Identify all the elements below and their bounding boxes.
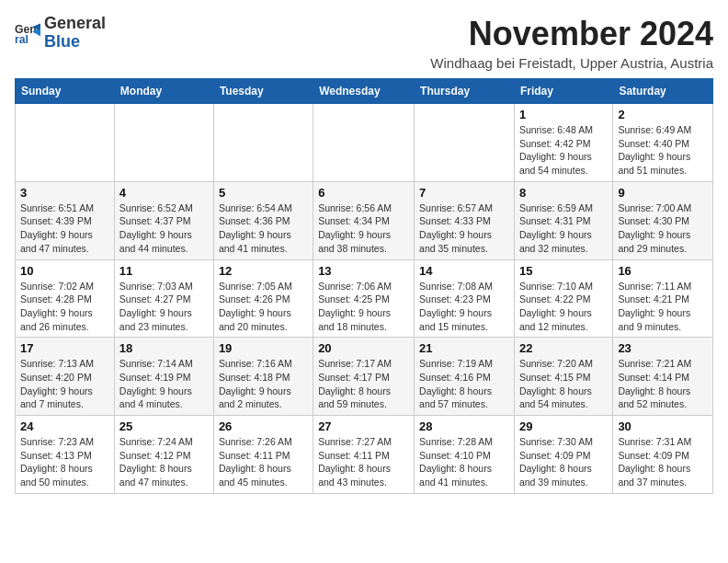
day-number: 5 — [219, 186, 308, 200]
day-info: Sunrise: 7:27 AMSunset: 4:11 PMDaylight:… — [318, 435, 409, 489]
day-info: Sunrise: 7:02 AMSunset: 4:28 PMDaylight:… — [20, 280, 109, 334]
day-info: Sunrise: 7:05 AMSunset: 4:26 PMDaylight:… — [219, 280, 308, 334]
calendar-cell: 7Sunrise: 6:57 AMSunset: 4:33 PMDaylight… — [415, 181, 515, 259]
day-info: Sunrise: 7:13 AMSunset: 4:20 PMDaylight:… — [20, 357, 109, 411]
day-info: Sunrise: 7:00 AMSunset: 4:30 PMDaylight:… — [618, 201, 708, 256]
day-info: Sunrise: 6:48 AMSunset: 4:42 PMDaylight:… — [519, 123, 608, 178]
day-number: 22 — [519, 341, 608, 355]
day-number: 16 — [618, 264, 708, 278]
calendar-cell: 5Sunrise: 6:54 AMSunset: 4:36 PMDaylight… — [213, 181, 313, 259]
month-title: November 2024 — [430, 15, 713, 53]
day-info: Sunrise: 6:54 AMSunset: 4:36 PMDaylight:… — [219, 201, 308, 256]
day-info: Sunrise: 7:11 AMSunset: 4:21 PMDaylight:… — [618, 280, 708, 334]
day-number: 14 — [419, 264, 509, 278]
calendar-week-row: 24Sunrise: 7:23 AMSunset: 4:13 PMDayligh… — [16, 416, 713, 494]
day-number: 26 — [219, 419, 308, 433]
calendar-cell: 29Sunrise: 7:30 AMSunset: 4:09 PMDayligh… — [514, 416, 612, 494]
day-number: 17 — [20, 341, 109, 355]
logo-blue-text: Blue — [44, 32, 80, 51]
calendar-cell: 9Sunrise: 7:00 AMSunset: 4:30 PMDaylight… — [613, 181, 713, 259]
calendar-cell — [313, 104, 415, 182]
day-info: Sunrise: 7:20 AMSunset: 4:15 PMDaylight:… — [519, 357, 608, 411]
calendar-week-row: 1Sunrise: 6:48 AMSunset: 4:42 PMDaylight… — [16, 104, 713, 182]
day-number: 9 — [618, 186, 708, 200]
day-number: 2 — [618, 108, 708, 121]
day-info: Sunrise: 6:56 AMSunset: 4:34 PMDaylight:… — [318, 201, 409, 256]
day-info: Sunrise: 7:03 AMSunset: 4:27 PMDaylight:… — [119, 280, 209, 334]
day-of-week-header: Thursday — [415, 79, 515, 104]
calendar-table: SundayMondayTuesdayWednesdayThursdayFrid… — [15, 78, 713, 494]
calendar-cell: 22Sunrise: 7:20 AMSunset: 4:15 PMDayligh… — [514, 338, 612, 416]
calendar-week-row: 10Sunrise: 7:02 AMSunset: 4:28 PMDayligh… — [16, 259, 713, 338]
day-of-week-header: Wednesday — [313, 79, 415, 104]
day-number: 21 — [419, 341, 509, 355]
calendar-cell: 6Sunrise: 6:56 AMSunset: 4:34 PMDaylight… — [313, 181, 415, 259]
day-number: 3 — [20, 186, 109, 200]
day-of-week-header: Tuesday — [213, 79, 313, 104]
calendar-week-row: 3Sunrise: 6:51 AMSunset: 4:39 PMDaylight… — [16, 181, 713, 259]
calendar-cell: 21Sunrise: 7:19 AMSunset: 4:16 PMDayligh… — [415, 338, 515, 416]
calendar-cell: 28Sunrise: 7:28 AMSunset: 4:10 PMDayligh… — [415, 416, 515, 494]
calendar-cell: 18Sunrise: 7:14 AMSunset: 4:19 PMDayligh… — [114, 338, 213, 416]
logo-general-text: General — [44, 14, 106, 32]
calendar-cell: 13Sunrise: 7:06 AMSunset: 4:25 PMDayligh… — [313, 259, 415, 338]
location-subtitle: Windhaag bei Freistadt, Upper Austria, A… — [430, 55, 713, 71]
day-number: 10 — [20, 264, 109, 278]
calendar-cell — [114, 104, 213, 182]
day-number: 7 — [419, 186, 509, 200]
day-info: Sunrise: 6:51 AMSunset: 4:39 PMDaylight:… — [20, 201, 109, 256]
calendar-cell — [213, 104, 313, 182]
day-info: Sunrise: 7:30 AMSunset: 4:09 PMDaylight:… — [519, 435, 608, 489]
calendar-cell: 26Sunrise: 7:26 AMSunset: 4:11 PMDayligh… — [213, 416, 313, 494]
day-number: 25 — [119, 419, 209, 433]
day-number: 12 — [219, 264, 308, 278]
logo-icon: Gene ral — [15, 20, 40, 46]
calendar-header-row: SundayMondayTuesdayWednesdayThursdayFrid… — [16, 79, 713, 104]
calendar-cell — [16, 104, 115, 182]
calendar-cell: 27Sunrise: 7:27 AMSunset: 4:11 PMDayligh… — [313, 416, 415, 494]
calendar-week-row: 17Sunrise: 7:13 AMSunset: 4:20 PMDayligh… — [16, 338, 713, 416]
calendar-cell — [415, 104, 515, 182]
calendar-cell: 4Sunrise: 6:52 AMSunset: 4:37 PMDaylight… — [114, 181, 213, 259]
day-info: Sunrise: 7:14 AMSunset: 4:19 PMDaylight:… — [119, 357, 209, 411]
day-info: Sunrise: 7:21 AMSunset: 4:14 PMDaylight:… — [618, 357, 708, 411]
logo: Gene ral General Blue — [15, 15, 106, 52]
day-number: 28 — [419, 419, 509, 433]
calendar-cell: 8Sunrise: 6:59 AMSunset: 4:31 PMDaylight… — [514, 181, 612, 259]
day-info: Sunrise: 7:24 AMSunset: 4:12 PMDaylight:… — [119, 435, 209, 489]
calendar-cell: 1Sunrise: 6:48 AMSunset: 4:42 PMDaylight… — [514, 104, 612, 182]
day-info: Sunrise: 7:06 AMSunset: 4:25 PMDaylight:… — [318, 280, 409, 334]
day-info: Sunrise: 7:08 AMSunset: 4:23 PMDaylight:… — [419, 280, 509, 334]
calendar-cell: 17Sunrise: 7:13 AMSunset: 4:20 PMDayligh… — [16, 338, 115, 416]
calendar-cell: 25Sunrise: 7:24 AMSunset: 4:12 PMDayligh… — [114, 416, 213, 494]
day-number: 13 — [318, 264, 409, 278]
day-info: Sunrise: 7:31 AMSunset: 4:09 PMDaylight:… — [618, 435, 708, 489]
calendar-cell: 23Sunrise: 7:21 AMSunset: 4:14 PMDayligh… — [613, 338, 713, 416]
day-number: 15 — [519, 264, 608, 278]
day-number: 1 — [519, 108, 608, 121]
calendar-cell: 24Sunrise: 7:23 AMSunset: 4:13 PMDayligh… — [16, 416, 115, 494]
day-info: Sunrise: 7:28 AMSunset: 4:10 PMDaylight:… — [419, 435, 509, 489]
calendar-cell: 11Sunrise: 7:03 AMSunset: 4:27 PMDayligh… — [114, 259, 213, 338]
day-number: 30 — [618, 419, 708, 433]
calendar-cell: 14Sunrise: 7:08 AMSunset: 4:23 PMDayligh… — [415, 259, 515, 338]
day-info: Sunrise: 6:49 AMSunset: 4:40 PMDaylight:… — [618, 123, 708, 178]
calendar-cell: 15Sunrise: 7:10 AMSunset: 4:22 PMDayligh… — [514, 259, 612, 338]
day-of-week-header: Monday — [114, 79, 213, 104]
day-number: 11 — [119, 264, 209, 278]
day-info: Sunrise: 7:16 AMSunset: 4:18 PMDaylight:… — [219, 357, 308, 411]
day-info: Sunrise: 6:59 AMSunset: 4:31 PMDaylight:… — [519, 201, 608, 256]
day-info: Sunrise: 7:23 AMSunset: 4:13 PMDaylight:… — [20, 435, 109, 489]
day-number: 8 — [519, 186, 608, 200]
day-info: Sunrise: 7:26 AMSunset: 4:11 PMDaylight:… — [219, 435, 308, 489]
day-number: 29 — [519, 419, 608, 433]
calendar-cell: 16Sunrise: 7:11 AMSunset: 4:21 PMDayligh… — [613, 259, 713, 338]
day-info: Sunrise: 7:19 AMSunset: 4:16 PMDaylight:… — [419, 357, 509, 411]
calendar-body: 1Sunrise: 6:48 AMSunset: 4:42 PMDaylight… — [16, 104, 713, 494]
day-number: 6 — [318, 186, 409, 200]
day-info: Sunrise: 6:52 AMSunset: 4:37 PMDaylight:… — [119, 201, 209, 256]
title-block: November 2024 Windhaag bei Freistadt, Up… — [430, 15, 713, 71]
day-number: 24 — [20, 419, 109, 433]
calendar-cell: 19Sunrise: 7:16 AMSunset: 4:18 PMDayligh… — [213, 338, 313, 416]
day-number: 4 — [119, 186, 209, 200]
